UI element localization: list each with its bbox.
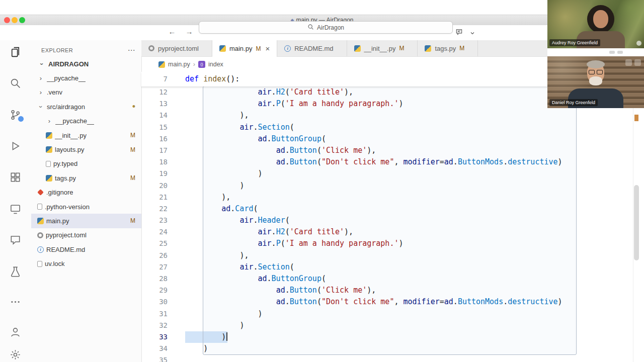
tab-pyproject-toml[interactable]: pyproject.toml (141, 40, 212, 56)
tab-readme-md[interactable]: iREADME.md (277, 40, 347, 56)
explorer-item-gitignore[interactable]: .gitignore (31, 186, 141, 200)
activity-more-views-icon[interactable] (10, 296, 22, 308)
activity-accounts-icon[interactable] (10, 326, 22, 338)
explorer-item-uv-lock[interactable]: uv.lock (31, 256, 141, 270)
participant-figure (593, 10, 608, 28)
line-number: 33 (141, 331, 185, 343)
activity-testing-icon[interactable] (10, 266, 22, 278)
code-line-25[interactable]: 25 air.P('I am a handy paragraph.') (141, 238, 644, 249)
code-line-23[interactable]: 23 air.Header( (141, 215, 644, 226)
activity-explorer-icon[interactable] (10, 46, 22, 58)
forward-button[interactable]: → (183, 27, 195, 36)
code-line-35[interactable]: 35 (141, 354, 644, 362)
pin-video-icon[interactable] (625, 59, 632, 66)
explorer-item-pyproject-toml[interactable]: pyproject.toml (31, 228, 141, 242)
line-content: ad.Button("Don't click me", modifier=ad.… (185, 156, 562, 168)
line-number: 31 (141, 308, 185, 320)
file-label: pyproject.toml (46, 231, 87, 239)
expand-video-icon[interactable] (634, 59, 641, 66)
code-line-28[interactable]: 28 ad.ButtonGroup( (141, 273, 644, 285)
code-line-30[interactable]: 30 ad.Button("Don't click me", modifier=… (141, 296, 644, 308)
explorer-item-venv[interactable]: ›.venv (31, 85, 141, 100)
code-line-31[interactable]: 31 ) (141, 308, 644, 320)
code-line-20[interactable]: 20 ) (141, 180, 644, 192)
code-line-29[interactable]: 29 ad.Button('Click me'), (141, 285, 644, 296)
chevron-down-icon[interactable] (469, 29, 475, 38)
explorer-root-folder[interactable]: › AIRDRAGON (31, 57, 141, 71)
line-number: 14 (141, 110, 185, 121)
breadcrumb-symbol[interactable]: index (208, 61, 223, 68)
back-button[interactable]: ← (166, 27, 178, 36)
code-line-33[interactable]: 33 ) (141, 331, 644, 343)
tab-init-py[interactable]: __init__.pyM (347, 40, 418, 56)
file-label: tags.py (55, 174, 76, 182)
file-label: __pycache__ (55, 117, 94, 125)
line-content: air.H2('Card title'), (185, 86, 353, 98)
video-call-overlay: Audrey Roy Greenfield Daniel Roy Greenfe… (547, 0, 644, 108)
explorer-item-layouts-py[interactable]: layouts.pyM (31, 142, 141, 156)
code-line-19[interactable]: 19 ) (141, 168, 644, 179)
line-content: ad.Card( (185, 203, 258, 215)
code-line-15[interactable]: 15 air.Section( (141, 122, 644, 133)
code-line-24[interactable]: 24 air.H2('Card title'), (141, 226, 644, 238)
code-editor[interactable]: 7def index(): 12 air.H2('Card title'),13… (141, 72, 644, 362)
line-number: 20 (141, 180, 185, 192)
video-control-icon[interactable] (617, 51, 623, 54)
tab-tags-py[interactable]: tags.pyM (418, 40, 478, 56)
code-line-27[interactable]: 27 air.Section( (141, 261, 644, 273)
python-file-icon (354, 45, 361, 52)
explorer-item-pycache[interactable]: ›__pycache__ (31, 114, 141, 128)
editor-scrollbar[interactable] (634, 185, 639, 260)
chevron-right-icon: › (46, 117, 53, 125)
code-line-34[interactable]: 34 ) (141, 343, 644, 354)
participant-video-2[interactable]: Daniel Roy Greenfeld (547, 56, 644, 108)
file-label: .gitignore (46, 189, 73, 196)
explorer-item-python-version[interactable]: .python-version (31, 200, 141, 214)
modified-badge: M (130, 174, 135, 182)
explorer-list: ›__pycache__›.venv›src/airdragon•›__pyca… (31, 71, 141, 270)
explorer-item-py-typed[interactable]: py.typed (31, 157, 141, 171)
code-line-22[interactable]: 22 ad.Card( (141, 203, 644, 215)
tab-main-py[interactable]: main.pyM× (212, 40, 277, 57)
line-content: air.Section( (185, 122, 294, 133)
feedback-icon[interactable] (455, 28, 463, 38)
views-more-icon[interactable]: ⋯ (128, 46, 135, 55)
explorer-item-init-py[interactable]: __init__.pyM (31, 128, 141, 142)
explorer-item-tags-py[interactable]: tags.pyM (31, 171, 141, 185)
code-line-17[interactable]: 17 ad.Button('Click me'), (141, 145, 644, 156)
line-content: ad.Button('Click me'), (185, 285, 376, 296)
line-number: 35 (141, 354, 185, 362)
activity-source-control-icon[interactable] (10, 109, 22, 121)
command-center[interactable]: AirDragon (199, 21, 453, 34)
line-number: 28 (141, 273, 185, 285)
code-line-32[interactable]: 32 ) (141, 320, 644, 331)
breadcrumb-separator-icon: › (193, 61, 195, 68)
line-content: ) (185, 320, 244, 331)
modified-badge: M (256, 45, 261, 52)
activity-chat-icon[interactable] (10, 234, 22, 246)
code-line-14[interactable]: 14 ), (141, 110, 644, 121)
file-label: .venv (47, 88, 62, 96)
activity-extensions-icon[interactable] (10, 171, 22, 184)
activity-remote-explorer-icon[interactable] (10, 203, 22, 215)
line-number: 17 (141, 145, 185, 156)
close-tab-icon[interactable]: × (265, 44, 270, 53)
code-line-18[interactable]: 18 ad.Button("Don't click me", modifier=… (141, 156, 644, 168)
activity-settings-icon[interactable] (10, 349, 22, 361)
line-number: 7 (141, 72, 185, 86)
explorer-item-src-airdragon[interactable]: ›src/airdragon• (31, 100, 141, 114)
explorer-item-main-py[interactable]: main.pyM (31, 214, 141, 228)
explorer-item-pycache[interactable]: ›__pycache__ (31, 71, 141, 85)
explorer-item-readme-md[interactable]: iREADME.md (31, 242, 141, 256)
code-line-21[interactable]: 21 ), (141, 192, 644, 203)
code-line-16[interactable]: 16 ad.ButtonGroup( (141, 133, 644, 145)
line-number: 15 (141, 122, 185, 133)
activity-run-debug-icon[interactable] (10, 140, 22, 152)
participant-video-1[interactable]: Audrey Roy Greenfield (547, 0, 644, 48)
breadcrumb-file[interactable]: main.py (168, 61, 190, 68)
code-line-26[interactable]: 26 ), (141, 250, 644, 261)
activity-search-icon[interactable] (10, 77, 22, 89)
video-control-icon[interactable] (609, 51, 615, 54)
gear-file-icon (148, 45, 154, 51)
tab-label: pyproject.toml (158, 45, 199, 52)
